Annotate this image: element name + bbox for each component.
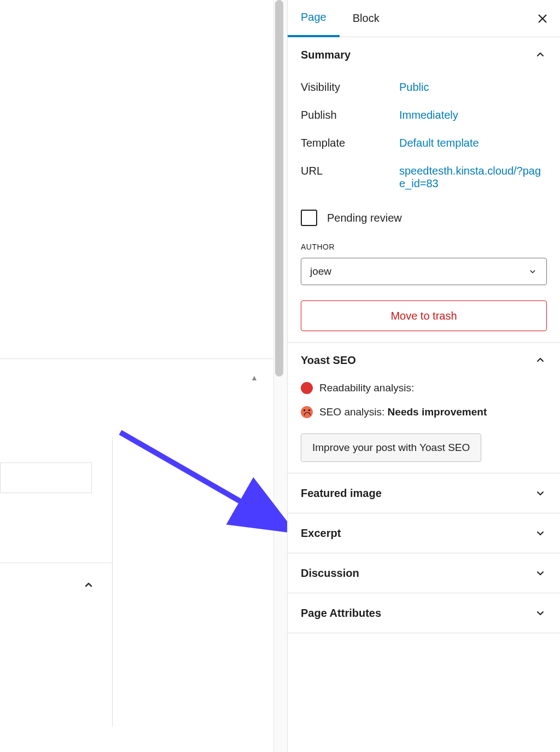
chevron-up-icon: [534, 354, 547, 367]
yoast-panel-header[interactable]: Yoast SEO: [301, 354, 547, 367]
yoast-panel: Yoast SEO Readability analysis: SEO anal…: [288, 343, 560, 473]
readability-label: Readability analysis:: [319, 382, 414, 394]
author-label: AUTHOR: [301, 242, 547, 251]
editor-meta-box-field[interactable]: [0, 462, 92, 493]
publish-row: Publish Immediately: [301, 109, 547, 122]
featured-image-title: Featured image: [301, 487, 382, 500]
summary-panel-header[interactable]: Summary: [301, 48, 547, 61]
summary-panel: Summary Visibility Public Publish Immedi…: [288, 37, 560, 343]
author-section: AUTHOR joew: [301, 242, 547, 285]
template-row: Template Default template: [301, 137, 547, 149]
url-row: URL speedtesth.kinsta.cloud/?page_id=83: [301, 165, 547, 190]
pending-review-label: Pending review: [327, 212, 402, 224]
move-to-trash-button[interactable]: Move to trash: [301, 300, 547, 331]
tab-block[interactable]: Block: [340, 0, 393, 37]
publish-value[interactable]: Immediately: [399, 109, 547, 122]
tab-page[interactable]: Page: [288, 0, 340, 37]
editor-meta-box-2: [0, 563, 113, 727]
seo-label: SEO analysis:: [319, 406, 384, 418]
settings-sidebar: Page Block Summary Visibility Public Pub…: [287, 0, 560, 752]
chevron-down-icon: [534, 527, 547, 540]
template-label: Template: [301, 137, 399, 149]
author-value: joew: [310, 265, 331, 277]
yoast-improve-button[interactable]: Improve your post with Yoast SEO: [301, 433, 481, 462]
readability-row[interactable]: Readability analysis:: [301, 382, 547, 394]
close-icon: [536, 12, 549, 25]
url-value[interactable]: speedtesth.kinsta.cloud/?page_id=83: [399, 165, 547, 190]
visibility-row: Visibility Public: [301, 81, 547, 94]
featured-image-panel[interactable]: Featured image: [288, 473, 560, 513]
sidebar-tabs: Page Block: [288, 0, 560, 37]
page-attributes-panel[interactable]: Page Attributes: [288, 593, 560, 633]
chevron-up-icon: [534, 48, 547, 61]
discussion-panel[interactable]: Discussion: [288, 553, 560, 593]
visibility-value[interactable]: Public: [399, 81, 547, 94]
chevron-up-icon[interactable]: [82, 579, 95, 592]
pending-review-row: Pending review: [301, 210, 547, 226]
url-label: URL: [301, 165, 399, 190]
chevron-down-icon: [534, 566, 547, 580]
editor-canvas: ▲: [0, 0, 273, 752]
pending-review-checkbox[interactable]: [301, 210, 317, 226]
yoast-title: Yoast SEO: [301, 354, 356, 367]
seo-status: Needs improvement: [388, 406, 487, 418]
visibility-label: Visibility: [301, 81, 399, 94]
editor-meta-box: [0, 438, 113, 563]
chevron-down-icon: [528, 267, 538, 276]
discussion-title: Discussion: [301, 567, 359, 580]
collapse-up-icon[interactable]: ▲: [250, 373, 258, 382]
page-attributes-title: Page Attributes: [301, 607, 381, 620]
summary-title: Summary: [301, 49, 351, 61]
excerpt-title: Excerpt: [301, 527, 341, 540]
seo-indicator-sad-icon: [301, 406, 313, 418]
scrollbar-thumb[interactable]: [275, 0, 283, 377]
excerpt-panel[interactable]: Excerpt: [288, 513, 560, 553]
chevron-down-icon: [534, 487, 547, 500]
publish-label: Publish: [301, 109, 399, 122]
template-value[interactable]: Default template: [399, 137, 547, 149]
chevron-down-icon: [534, 606, 547, 620]
readability-indicator-icon: [301, 382, 313, 394]
editor-divider: [0, 358, 273, 359]
author-select[interactable]: joew: [301, 258, 547, 285]
seo-analysis-row[interactable]: SEO analysis: Needs improvement: [301, 406, 547, 418]
close-sidebar-button[interactable]: [534, 10, 551, 27]
